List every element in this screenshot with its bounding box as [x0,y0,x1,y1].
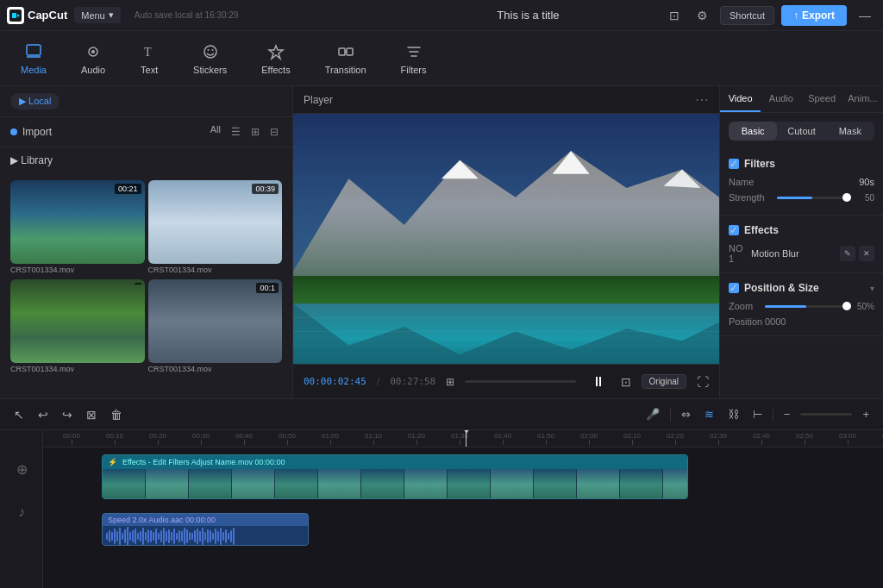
local-tab[interactable]: ▶ Local [10,93,59,109]
current-time: 00:00:02:45 [304,376,366,387]
waveform-bar [168,529,170,543]
right-panel: Video Audio Speed Anim... Basic Cutout M… [719,86,883,398]
player-menu-icon[interactable]: ⋯ [695,91,709,108]
tool-separator [670,408,671,422]
thumb-duration-1: 00:21 [115,184,141,194]
clip-thumbnail [404,469,448,498]
ruler-mark: 01:50 [524,432,567,445]
microphone-button[interactable]: 🎤 [642,406,663,422]
waveform-bar [178,530,180,542]
delete-button[interactable]: 🗑 [107,406,126,423]
toolbar-stickers[interactable]: Stickers [186,39,234,78]
tab-audio[interactable]: Audio [761,86,801,112]
grid-view-button[interactable]: ⊞ [247,124,263,140]
media-thumbnail-2[interactable]: 00:39 [148,180,283,264]
total-time: 00:27:58 [390,376,435,387]
add-track-icon[interactable]: ⊕ [0,447,43,491]
delete-effect-button[interactable]: ✕ [859,246,874,261]
ruler-mark: 02:20 [654,432,697,445]
grid-overlay-button[interactable]: ⊞ [446,376,454,388]
effects-row: NO 1 Motion Blur ✎ ✕ [729,243,874,264]
list-item[interactable]: CRST001334.mov [10,279,145,375]
list-item[interactable]: 00:21 CRST001334.mov [10,180,145,276]
toolbar-effects[interactable]: Effects [254,39,297,78]
waveform-bar [140,531,141,541]
media-name-1: CRST001334.mov [10,264,145,276]
waveform-bar [176,533,178,540]
track-container: ⚡ Effects - Edit Filters Adjust Name.mov… [43,454,883,549]
undo-button[interactable]: ↩ [34,406,52,423]
minimize-button[interactable]: — [854,7,876,24]
tab-video[interactable]: Video [720,86,761,112]
position-size-title: Position & Size [744,282,819,294]
waveform-bar [194,530,196,542]
transition-label: Transition [325,65,366,75]
edit-effect-button[interactable]: ✎ [840,246,855,261]
clip-thumbnail [189,469,232,498]
redo-button[interactable]: ↪ [59,406,76,423]
video-clip[interactable]: ⚡ Effects - Edit Filters Adjust Name.mov… [102,454,688,499]
basic-tab-button[interactable]: Basic [729,122,777,141]
media-icon [24,42,43,61]
clip-thumbnail [448,469,491,498]
player-controls: 00:00:02:45 / 00:27:58 ⊞ ⏸ ⊡ Original ⛶ [293,364,719,398]
shortcut-button[interactable]: Shortcut [720,6,774,25]
library-tab[interactable]: ▶ Library [0,147,292,173]
timeline-zoom-slider[interactable] [800,413,852,416]
list-item[interactable]: 00:39 CRST001334.mov [148,180,283,276]
zoom-out-button[interactable]: − [780,406,794,422]
cutout-tab-label: Cutout [787,126,815,136]
toolbar-filters[interactable]: Filters [394,39,434,78]
audio-icon [84,42,103,61]
export-button[interactable]: ↑ Export [781,5,847,26]
waveform-bar [207,529,209,543]
media-thumbnail-4[interactable]: 00:1 [148,279,283,363]
menu-button[interactable]: Menu ▾ [74,7,121,23]
waveform-bar [171,532,172,541]
import-button[interactable]: Import [10,126,52,138]
basic-cutout-tabs: Basic Cutout Mask [729,122,874,141]
zoom-in-button[interactable]: + [859,406,873,422]
waveform-bar [116,531,118,541]
media-thumbnail-3[interactable] [10,279,145,363]
audio-track-button[interactable]: ≋ [701,406,717,422]
list-item[interactable]: 00:1 CRST001334.mov [148,279,283,375]
filter-name-row: Name 90s [729,177,874,187]
settings-icon-button[interactable]: ⚙ [692,7,713,24]
link-all-button[interactable]: ⇔ [678,406,694,422]
tab-speed-label: Speed [808,93,836,103]
timeline-area: ↖ ↩ ↪ ⊠ 🗑 🎤 ⇔ ≋ ⛓ ⊢ − + ⊕ ♪ 00:0000:1000… [0,398,883,588]
waveform-bar [220,528,222,545]
media-thumbnail-1[interactable]: 00:21 [10,180,145,264]
cutout-tab-button[interactable]: Cutout [777,122,825,141]
audio-clip[interactable]: Speed 2.0x Audio.aac 00:00:00 [102,513,309,546]
split-button[interactable]: ⊠ [83,406,100,423]
toolbar-transition[interactable]: Transition [318,39,373,78]
split-clip-button[interactable]: ⊢ [749,406,766,422]
monitor-icon-button[interactable]: ⊡ [664,7,685,24]
toolbar-audio[interactable]: Audio [74,39,112,78]
toolbar-text[interactable]: T Text [133,39,166,78]
link-button[interactable]: ⛓ [724,406,742,422]
player-progress-bar[interactable] [465,380,575,383]
play-button[interactable]: ⏸ [586,370,611,394]
fit-frame-button[interactable]: ⊡ [621,375,631,389]
tab-anim[interactable]: Anim... [842,86,883,112]
waveform-bar [114,529,116,544]
strength-slider[interactable] [777,197,848,199]
ruler-mark: 00:50 [266,432,309,445]
waveform-bar [230,530,232,542]
list-view-button[interactable]: ☰ [228,124,244,140]
resolution-button[interactable]: Original [642,374,686,389]
fullscreen-button[interactable]: ⛶ [697,375,709,389]
import-dot-icon [10,128,17,135]
tab-speed[interactable]: Speed [802,86,842,112]
strength-slider-row: Strength 50 [729,192,874,203]
mask-tab-button[interactable]: Mask [826,122,874,141]
zoom-slider[interactable] [765,305,848,308]
waveform-bar [212,533,214,540]
large-grid-button[interactable]: ⊟ [266,124,282,140]
toolbar-media[interactable]: Media [14,39,53,78]
audio-icon-rail[interactable]: ♪ [0,491,43,534]
select-tool-button[interactable]: ↖ [10,406,28,423]
